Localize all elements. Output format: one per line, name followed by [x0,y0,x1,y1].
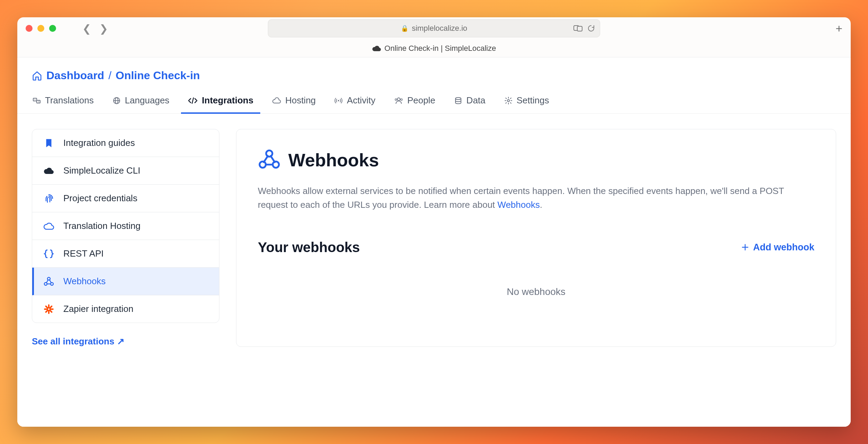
tab-label: Settings [517,95,549,106]
tab-title[interactable]: Online Check-in | SimpleLocalize [385,44,496,53]
minimize-window-button[interactable] [37,25,44,32]
sidebar: Integration guides SimpleLocalize CLI Pr… [32,129,219,347]
external-link-icon: ↗ [117,336,125,347]
tab-label: Integrations [202,95,253,106]
tab-translations[interactable]: A文 Translations [32,90,94,113]
see-all-integrations-link[interactable]: See all integrations ↗ [32,336,219,347]
see-all-label: See all integrations [32,336,114,347]
breadcrumb: Dashboard / Online Check-in [17,57,851,90]
svg-point-9 [338,100,339,101]
tab-label: Languages [125,95,170,106]
browser-window: ❮ ❯ 🔒 simplelocalize.io + Online Check-i… [17,17,851,427]
svg-point-11 [395,99,397,100]
sidebar-item-label: REST API [63,248,104,259]
zapier-icon [43,304,55,314]
svg-point-10 [397,98,400,101]
svg-line-22 [46,306,48,308]
nav-arrows: ❮ ❯ [82,22,108,35]
fingerprint-icon [43,193,55,204]
add-webhook-label: Add webhook [753,242,814,253]
svg-text:文: 文 [38,100,40,103]
tab-integrations[interactable]: Integrations [187,90,254,113]
tab-languages[interactable]: Languages [112,90,170,113]
desc-post: . [540,200,542,210]
cloud-icon [272,96,281,105]
body-row: Integration guides SimpleLocalize CLI Pr… [17,114,851,347]
svg-point-27 [260,161,266,168]
code-icon [188,96,198,105]
sidebar-item-rest-api[interactable]: REST API [32,240,219,268]
tab-label: People [407,95,435,106]
tab-label: Data [467,95,486,106]
page-head: Webhooks [258,149,814,172]
favicon [372,45,381,52]
signal-icon [334,96,343,105]
back-button[interactable]: ❮ [82,22,91,35]
plus-icon [741,243,749,251]
breadcrumb-root[interactable]: Dashboard [46,69,104,82]
translate-icon: A文 [33,96,41,105]
sidebar-item-hosting[interactable]: Translation Hosting [32,212,219,240]
cloud-outline-icon [43,222,55,231]
maximize-window-button[interactable] [49,25,56,32]
tab-data[interactable]: Data [453,90,486,113]
svg-rect-1 [577,26,582,31]
main-tabs: A文 Translations Languages Integrations H… [17,90,851,114]
sidebar-item-label: Webhooks [63,276,106,287]
traffic-lights [26,25,56,32]
titlebar: ❮ ❯ 🔒 simplelocalize.io + [17,17,851,39]
gear-icon [504,96,513,105]
tab-settings[interactable]: Settings [504,90,550,113]
tab-bar: Online Check-in | SimpleLocalize [17,39,851,57]
sidebar-item-cli[interactable]: SimpleLocalize CLI [32,157,219,185]
svg-point-12 [400,99,402,100]
sidebar-item-label: Project credentials [63,193,137,204]
sidebar-list: Integration guides SimpleLocalize CLI Pr… [32,129,219,323]
empty-state: No webhooks [258,286,814,297]
forward-button[interactable]: ❯ [99,22,108,35]
sidebar-item-label: Integration guides [63,138,135,148]
tab-label: Hosting [285,95,316,106]
address-bar-actions [573,25,595,32]
webhook-icon [258,149,281,172]
svg-line-23 [50,310,52,312]
page-description: Webhooks allow external services to be n… [258,184,814,212]
tab-people[interactable]: People [394,90,436,113]
svg-point-13 [455,98,461,100]
svg-text:A: A [34,99,36,101]
svg-line-25 [46,310,48,312]
cloud-solid-icon [43,167,55,175]
section-title: Your webhooks [258,240,360,255]
address-bar[interactable]: 🔒 simplelocalize.io [268,19,600,37]
webhooks-doc-link[interactable]: Webhooks [497,200,540,210]
globe-icon [112,96,121,105]
sidebar-item-credentials[interactable]: Project credentials [32,185,219,212]
sidebar-item-label: Translation Hosting [63,221,141,231]
breadcrumb-current[interactable]: Online Check-in [116,69,200,82]
sidebar-item-zapier[interactable]: Zapier integration [32,295,219,323]
breadcrumb-separator: / [108,69,111,82]
main-panel: Webhooks Webhooks allow external service… [236,129,836,347]
people-icon [394,96,403,105]
page-content: Dashboard / Online Check-in A文 Translati… [17,57,851,427]
url-text: simplelocalize.io [412,24,467,33]
sidebar-item-label: SimpleLocalize CLI [63,165,141,176]
tab-activity[interactable]: Activity [334,90,376,113]
section-header-row: Your webhooks Add webhook [258,240,814,255]
svg-point-28 [273,161,279,168]
tab-hosting[interactable]: Hosting [271,90,316,113]
home-icon[interactable] [32,71,42,81]
translate-page-icon[interactable] [573,25,582,32]
reload-icon[interactable] [587,25,595,32]
svg-point-14 [507,100,509,102]
webhook-icon [43,276,55,287]
database-icon [454,96,462,105]
sidebar-item-webhooks[interactable]: Webhooks [32,268,219,295]
braces-icon [43,249,55,259]
sidebar-item-integration-guides[interactable]: Integration guides [32,129,219,157]
close-window-button[interactable] [26,25,33,32]
new-tab-button[interactable]: + [835,22,842,35]
lock-icon: 🔒 [401,25,408,32]
page-title: Webhooks [288,150,379,170]
add-webhook-button[interactable]: Add webhook [741,242,814,253]
